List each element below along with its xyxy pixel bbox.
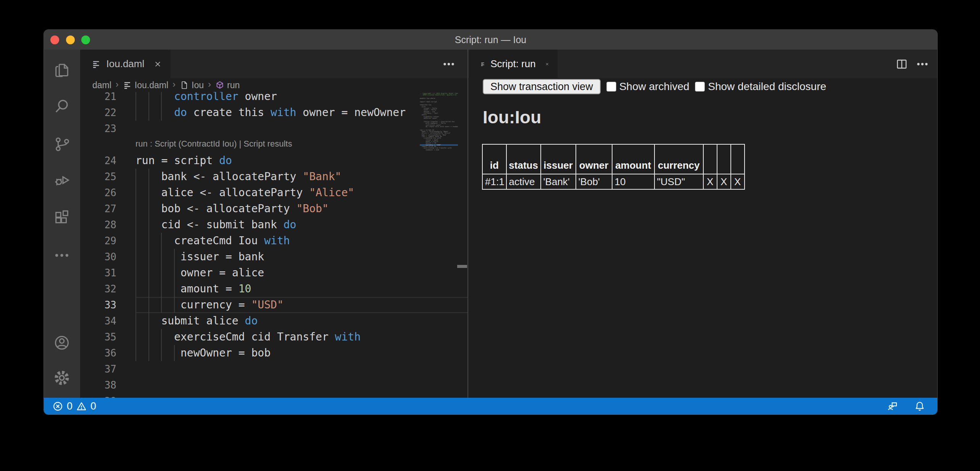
breadcrumb-item-iou-daml[interactable]: Iou.daml	[123, 80, 168, 90]
problems-status[interactable]: 0 0	[44, 400, 96, 412]
code-line: 33currency = "USD"	[80, 297, 467, 313]
line-number: 34	[80, 313, 116, 329]
code-line: 39	[80, 393, 467, 398]
daml-file-icon	[123, 81, 132, 90]
show-archived-label: Show archived	[619, 81, 690, 93]
breadcrumb-separator: ›	[207, 79, 212, 91]
line-number: 21	[80, 92, 116, 105]
split-editor-icon[interactable]	[895, 57, 909, 71]
show-archived-checkbox[interactable]	[606, 82, 616, 92]
settings-gear-icon[interactable]	[53, 369, 71, 387]
tab-script-run[interactable]: Script: run	[469, 50, 558, 78]
column-header-amount: amount	[612, 144, 654, 174]
accounts-icon[interactable]	[53, 334, 71, 352]
code-line-text: cid <- submit bank do	[135, 217, 296, 233]
line-number: 29	[80, 233, 116, 249]
breadcrumb-item-daml[interactable]: daml	[92, 80, 111, 90]
feedback-icon[interactable]	[886, 400, 898, 412]
editor-tab-bar: Iou.daml	[80, 50, 467, 78]
code-line: 27bob <- allocateParty "Bob"	[80, 201, 467, 217]
extensions-icon[interactable]	[53, 209, 71, 226]
tab-label: Iou.daml	[106, 58, 145, 70]
notifications-bell-icon[interactable]	[914, 400, 926, 412]
code-line: 21controller owner	[80, 92, 467, 105]
line-number: 23	[80, 121, 116, 137]
tab-iou-daml[interactable]: Iou.daml	[80, 50, 171, 78]
code-line: 24run = script do	[80, 153, 467, 169]
code-line: 38	[80, 377, 467, 393]
show-detailed-disclosure-checkbox[interactable]	[695, 82, 705, 92]
breadcrumb-label: Iou.daml	[135, 80, 168, 90]
code-line-text: owner = alice	[135, 265, 264, 281]
contract-cell: #1:1	[482, 174, 506, 189]
contract-cell: 'Bank'	[541, 174, 576, 189]
line-number: 22	[80, 105, 116, 121]
party-signed-cell: X	[731, 174, 745, 189]
code-line-text: run = script do	[135, 153, 232, 169]
search-icon[interactable]	[53, 97, 71, 115]
code-line: 25bank <- allocateParty "Bank"	[80, 169, 467, 185]
more-panel-actions-icon[interactable]	[916, 57, 929, 71]
more-editor-actions-icon[interactable]	[442, 57, 456, 71]
daml-file-icon	[92, 59, 101, 69]
panel-tab-bar: Script: run	[468, 50, 937, 78]
show-transaction-view-button[interactable]: Show transaction view	[483, 79, 601, 94]
code-lens-row: run : Script (ContractId Iou) | Script r…	[80, 137, 467, 153]
party-column-header-bank: Bank	[717, 144, 731, 174]
vscode-window: Script: run — Iou	[44, 30, 937, 415]
party-column-header-alice: Alice	[703, 144, 717, 174]
code-lens[interactable]: run : Script (ContractId Iou) | Script r…	[135, 139, 292, 149]
symbol-namespace-cube-icon	[215, 81, 224, 90]
minimap-line: do create this with owner = newOwner	[420, 126, 458, 127]
errors-icon	[52, 401, 63, 412]
column-header-status: status	[506, 144, 541, 174]
minimap[interactable]: -- Copyright (c) 2023 Digital Asset (Swi…	[420, 93, 458, 360]
title-bar: Script: run — Iou	[44, 30, 937, 50]
minimap-line: newOwner = bob	[420, 149, 458, 151]
code-line: 36newOwner = bob	[80, 345, 467, 361]
close-tab-icon[interactable]	[545, 59, 549, 69]
editor-actions	[442, 57, 456, 71]
breadcrumb-separator: ›	[115, 79, 119, 91]
party-signed-cell: X	[717, 174, 731, 189]
code-line-text: bank <- allocateParty "Bank"	[135, 169, 341, 185]
code-line: 23	[80, 121, 467, 137]
contract-row: #1:1active'Bank''Bob'10"USD"XXX	[482, 174, 745, 189]
line-number: 30	[80, 249, 116, 265]
party-signed-cell: X	[703, 174, 717, 189]
window-title: Script: run — Iou	[44, 34, 937, 45]
breadcrumb-item-iou[interactable]: Iou	[180, 80, 204, 90]
party-column-header-bob: Bob	[731, 144, 745, 174]
line-number: 32	[80, 281, 116, 297]
more-actions-icon[interactable]	[53, 247, 71, 264]
source-control-icon[interactable]	[53, 135, 71, 153]
code-line-text: newOwner = bob	[135, 345, 271, 361]
contract-cell: "USD"	[654, 174, 703, 189]
line-number: 37	[80, 361, 116, 377]
line-number: 25	[80, 169, 116, 185]
code-editor[interactable]: 21controller owner22do create this with …	[80, 92, 467, 398]
column-header-currency: currency	[654, 144, 703, 174]
script-view-controls: Show transaction view Show archived Show…	[483, 79, 826, 94]
scrollbar-marker[interactable]	[457, 265, 467, 268]
code-line-text: exerciseCmd cid Transfer with	[135, 329, 361, 345]
error-count: 0	[67, 400, 73, 412]
line-number: 38	[80, 377, 116, 393]
contract-cell: active	[506, 174, 541, 189]
code-line-text: submit alice do	[135, 313, 258, 329]
breadcrumb-label: run	[227, 80, 240, 90]
explorer-icon[interactable]	[53, 62, 71, 79]
show-detailed-disclosure-label: Show detailed disclosure	[708, 81, 826, 93]
code-line: 29createCmd Iou with	[80, 233, 467, 249]
close-tab-icon[interactable]	[153, 59, 162, 69]
breadcrumb-item-run[interactable]: run	[215, 80, 240, 90]
breadcrumb-label: daml	[92, 80, 111, 90]
code-line: 22do create this with owner = newOwner	[80, 105, 467, 121]
code-line: 37	[80, 361, 467, 377]
activity-bar	[44, 50, 80, 398]
column-header-id: id	[482, 144, 506, 174]
file-symbol-icon	[180, 81, 189, 90]
line-number: 36	[80, 345, 116, 361]
line-number: 33	[80, 297, 116, 313]
run-debug-icon[interactable]	[53, 171, 71, 189]
